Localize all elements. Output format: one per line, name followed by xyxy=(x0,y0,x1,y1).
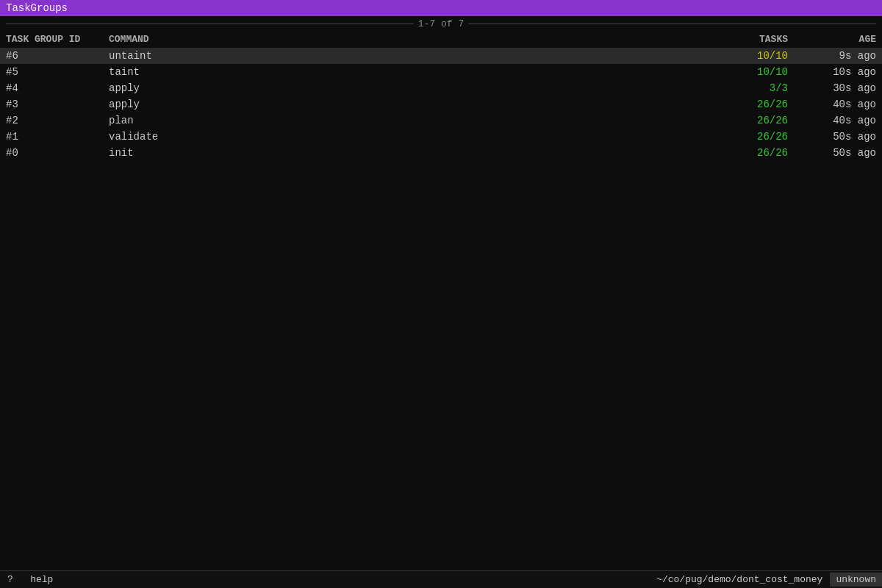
row-command: untaint xyxy=(109,50,714,62)
table-header: TASK GROUP ID COMMAND TASKS AGE xyxy=(0,31,882,48)
table-row[interactable]: #3 apply 26/26 40s ago xyxy=(0,96,882,112)
row-age: 50s ago xyxy=(803,147,876,159)
table-row[interactable]: #0 init 26/26 50s ago xyxy=(0,145,882,161)
table-row[interactable]: #5 taint 10/10 10s ago xyxy=(0,64,882,80)
row-tasks: 10/10 xyxy=(714,66,803,78)
row-id: #1 xyxy=(6,131,109,143)
header-age: AGE xyxy=(803,34,876,45)
row-id: #6 xyxy=(6,50,109,62)
table-row[interactable]: #2 plan 26/26 40s ago xyxy=(0,112,882,129)
row-id: #3 xyxy=(6,98,109,110)
row-tasks: 10/10 xyxy=(714,50,803,62)
row-tasks: 26/26 xyxy=(714,98,803,110)
row-age: 40s ago xyxy=(803,115,876,126)
row-age: 50s ago xyxy=(803,131,876,143)
row-command: apply xyxy=(109,82,714,94)
row-age: 40s ago xyxy=(803,98,876,110)
status-bar: ? help ~/co/pug/demo/dont_cost_money unk… xyxy=(0,570,882,588)
current-path: ~/co/pug/demo/dont_cost_money xyxy=(649,574,830,585)
row-command: init xyxy=(109,147,714,159)
header-tasks: TASKS xyxy=(714,34,803,45)
row-tasks: 3/3 xyxy=(714,82,803,94)
pagination-bar: 1-7 of 7 xyxy=(0,16,882,31)
row-command: taint xyxy=(109,66,714,78)
row-age: 30s ago xyxy=(803,82,876,94)
status-unknown: unknown xyxy=(830,573,882,587)
row-id: #5 xyxy=(6,66,109,78)
row-id: #0 xyxy=(6,147,109,159)
table-row[interactable]: #6 untaint 10/10 9s ago xyxy=(0,48,882,64)
app-title: TaskGroups xyxy=(6,2,68,14)
title-bar: TaskGroups xyxy=(0,0,882,16)
table-row[interactable]: #4 apply 3/3 30s ago xyxy=(0,80,882,96)
help-key: ? xyxy=(7,574,13,585)
row-command: apply xyxy=(109,98,714,110)
table-row[interactable]: #1 validate 26/26 50s ago xyxy=(0,129,882,145)
row-id: #2 xyxy=(6,115,109,126)
row-tasks: 26/26 xyxy=(714,147,803,159)
table-body: #6 untaint 10/10 9s ago #5 taint 10/10 1… xyxy=(0,48,882,161)
row-age: 10s ago xyxy=(803,66,876,78)
row-tasks: 26/26 xyxy=(714,115,803,126)
header-command: COMMAND xyxy=(109,34,714,45)
help-shortcut: ? help xyxy=(0,574,60,585)
row-age: 9s ago xyxy=(803,50,876,62)
pagination-text: 1-7 of 7 xyxy=(414,18,468,29)
header-id: TASK GROUP ID xyxy=(6,34,109,45)
row-command: validate xyxy=(109,131,714,143)
row-id: #4 xyxy=(6,82,109,94)
row-tasks: 26/26 xyxy=(714,131,803,143)
row-command: plan xyxy=(109,115,714,126)
help-label: help xyxy=(30,574,53,585)
